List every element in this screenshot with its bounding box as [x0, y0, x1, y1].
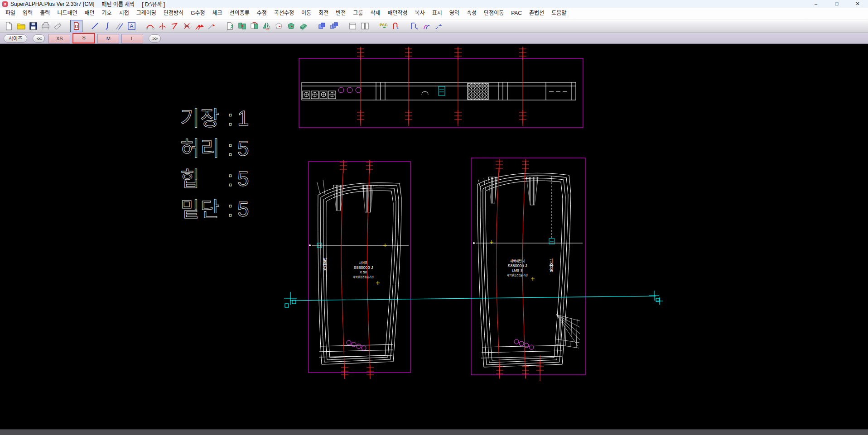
menu-item[interactable]: G수정: [187, 8, 208, 19]
toolbar-icon-glyph: [127, 21, 136, 31]
window-controls: – □ ✕: [805, 0, 868, 8]
menu-item[interactable]: 수정: [253, 8, 270, 19]
angle-line-tool-icon[interactable]: [169, 20, 181, 32]
menu-item[interactable]: 선의종류: [226, 8, 253, 19]
svg-text:밑단:5: 밑단:5: [180, 197, 250, 221]
back-piece-label: 새싹패턴식 S880000 J LMS S 새싹원형겹침표기선: [507, 259, 528, 277]
parallel-move-tool-icon[interactable]: [193, 20, 205, 32]
line-tool-icon[interactable]: [89, 20, 101, 32]
text-tool-icon[interactable]: [125, 20, 138, 32]
menu-item[interactable]: 복사: [411, 8, 429, 19]
eraser-icon[interactable]: [297, 20, 309, 32]
maximize-button[interactable]: □: [826, 0, 847, 8]
curve-point-tool-icon[interactable]: [156, 20, 169, 32]
piece-outline-icon[interactable]: [273, 20, 285, 32]
size-tab-l[interactable]: L: [121, 34, 143, 43]
minimize-button[interactable]: –: [805, 0, 826, 8]
seam-hook-icon[interactable]: [390, 20, 402, 32]
menu-item[interactable]: 속성: [463, 8, 480, 19]
size-next-button[interactable]: >>: [149, 34, 161, 43]
size-tab-s[interactable]: S: [72, 33, 95, 43]
size-prev-button[interactable]: <<: [33, 34, 45, 43]
toolbar-icon-glyph: [16, 21, 26, 31]
curve-tool-icon[interactable]: [101, 20, 113, 32]
menu-item[interactable]: 그레이딩: [133, 8, 160, 19]
menu-item[interactable]: 삭제: [366, 8, 384, 19]
window-icon[interactable]: [347, 20, 359, 32]
toolbar-icon-glyph: [72, 21, 81, 31]
menu-item[interactable]: 이동: [298, 8, 315, 19]
toolbar-icon-glyph: [237, 21, 247, 31]
size-tab-m[interactable]: M: [97, 34, 119, 43]
page-copy-icon[interactable]: [224, 20, 236, 32]
cut-tool-icon[interactable]: [181, 20, 193, 32]
toolbar-icon-glyph: [422, 21, 431, 31]
toolbar-icon-glyph: [379, 21, 388, 31]
svg-text:LMS S: LMS S: [512, 268, 523, 272]
toolbar-icon-glyph: [4, 21, 14, 31]
menu-item[interactable]: 패턴: [81, 8, 98, 19]
menu-item[interactable]: 도움말: [548, 8, 570, 19]
piece-move-icon[interactable]: [236, 20, 248, 32]
grade-curves-icon[interactable]: [420, 20, 433, 32]
guide-line[interactable]: [284, 291, 663, 307]
svg-text:새싹원형겹침표기선: 새싹원형겹침표기선: [507, 273, 528, 277]
toolbar-icon-glyph: [102, 21, 112, 31]
menu-item[interactable]: 단점방식: [160, 8, 187, 19]
piece-flip-icon[interactable]: [260, 20, 273, 32]
toolbar-icon-glyph: [53, 21, 63, 31]
menu-item[interactable]: 곡선수정: [270, 8, 298, 19]
arc-tool-icon[interactable]: [144, 20, 156, 32]
menu-item[interactable]: 기호: [98, 8, 116, 19]
double-line-tool-icon[interactable]: [113, 20, 125, 32]
pattern-name-title: 패턴 이름 새싹: [101, 0, 135, 8]
size-tab-xs[interactable]: XS: [48, 34, 70, 43]
waistband-piece[interactable]: [299, 58, 583, 128]
size-panel-label[interactable]: 사이즈: [4, 34, 27, 43]
menu-item[interactable]: 단점이동: [480, 8, 507, 19]
piece-fill-icon[interactable]: [285, 20, 297, 32]
menu-item[interactable]: 입력: [19, 8, 36, 19]
front-pattern-piece[interactable]: 사이즈 S880000 J X 50 새싹원형겹침표기선 앞중심: [309, 162, 410, 373]
svg-text:S880000 J: S880000 J: [507, 263, 527, 268]
menu-item[interactable]: 회전: [315, 8, 332, 19]
toolbar-icon-glyph: [29, 21, 38, 31]
new-file-icon[interactable]: [3, 20, 15, 32]
menu-item[interactable]: 촌법선: [526, 8, 548, 19]
multi-copy-icon[interactable]: [328, 20, 340, 32]
bracket-lines-icon[interactable]: [408, 20, 420, 32]
menu-item[interactable]: PAC: [507, 8, 526, 19]
drawing-canvas[interactable]: 기장:1 허리:5 힙:5 밑단:5: [0, 44, 868, 429]
menu-item[interactable]: 그룹: [349, 8, 366, 19]
move-point-tool-icon[interactable]: [205, 20, 217, 32]
menu-item[interactable]: 파일: [2, 8, 19, 19]
menu-item[interactable]: 출력: [36, 8, 53, 19]
menu-item[interactable]: 니트패턴: [53, 8, 81, 19]
open-folder-icon[interactable]: [15, 20, 27, 32]
save-icon[interactable]: [27, 20, 39, 32]
menu-item[interactable]: 패턴작성: [384, 8, 411, 19]
menu-item[interactable]: 표시: [429, 8, 446, 19]
menu-item[interactable]: 시접: [116, 8, 133, 19]
piece-rotate-icon[interactable]: [248, 20, 260, 32]
tile-windows-icon[interactable]: [359, 20, 371, 32]
toolbar-icon-glyph: [41, 21, 50, 31]
menu-item[interactable]: 영역: [446, 8, 463, 19]
toolbar-icon-glyph: [391, 21, 400, 31]
toolbar-icon-glyph: [182, 21, 192, 31]
measurement-text: 기장:1 허리:5 힙:5 밑단:5: [180, 106, 250, 221]
plotter-icon[interactable]: [39, 20, 52, 32]
title-bar: α SuperALPHA:Plus Ver 2.33r7 [CM] 패턴 이름 …: [0, 0, 868, 8]
dashed-line-icon[interactable]: [433, 20, 445, 32]
pac-export-icon[interactable]: [377, 20, 390, 32]
menu-item[interactable]: 체크: [209, 8, 226, 19]
close-button[interactable]: ✕: [847, 0, 868, 8]
svg-text:S880000 J: S880000 J: [353, 265, 373, 270]
size-tabs: XSSML: [45, 33, 143, 43]
back-pattern-piece[interactable]: 새싹패턴식 S880000 J LMS S 새싹원형겹침표기선 뒤중심: [471, 158, 585, 375]
pattern-file-icon[interactable]: [70, 20, 82, 32]
digitizer-icon[interactable]: [52, 20, 64, 32]
menu-item[interactable]: 반전: [332, 8, 349, 19]
size-tab-bar: 사이즈 << XSSML >>: [0, 33, 868, 44]
copy-icon[interactable]: [316, 20, 328, 32]
